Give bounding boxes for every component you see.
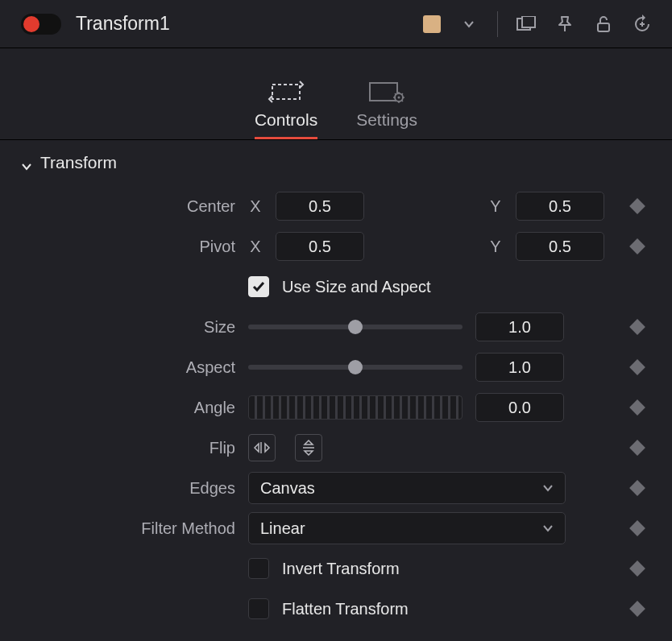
value-text: 0.0 [508, 399, 531, 417]
param-label: Aspect [21, 358, 248, 377]
settings-icon [367, 80, 406, 104]
dropdown-value: Canvas [260, 479, 315, 498]
keyframe-diamond-icon[interactable] [629, 198, 645, 214]
param-label: Pivot [21, 238, 248, 256]
inspector-body: Transform Center X 0.5 Y 0.5 Pivot X 0.5… [0, 140, 672, 641]
keyframe-diamond-icon[interactable] [629, 399, 645, 416]
param-label: Edges [21, 479, 248, 498]
lock-icon[interactable] [593, 14, 614, 35]
pivot-x-input[interactable]: 0.5 [276, 232, 364, 261]
section-title: Transform [40, 153, 117, 172]
param-row-flatten: Flatten Transform [21, 589, 651, 628]
svg-rect-0 [517, 19, 530, 30]
param-row-filter: Filter Method Linear [21, 509, 651, 548]
value-text: 0.5 [549, 197, 571, 216]
y-label: Y [488, 197, 503, 216]
controls-icon [267, 80, 305, 104]
value-text: 0.5 [309, 197, 331, 216]
keyframe-diamond-icon[interactable] [629, 601, 645, 617]
svg-point-8 [398, 97, 400, 99]
svg-rect-2 [598, 23, 609, 31]
inspector-header: Transform1 [0, 0, 672, 48]
checkbox-label: Use Size and Aspect [282, 278, 431, 296]
reset-icon[interactable] [632, 14, 653, 35]
pivot-y-input[interactable]: 0.5 [516, 232, 604, 261]
size-slider[interactable] [248, 325, 463, 329]
aspect-slider[interactable] [248, 365, 463, 370]
angle-input[interactable]: 0.0 [475, 393, 564, 422]
param-row-invert: Invert Transform [21, 549, 651, 588]
window-icon[interactable] [516, 14, 537, 35]
param-label: Flip [21, 439, 248, 457]
value-text: 1.0 [508, 318, 531, 337]
use-size-aspect-checkbox[interactable] [248, 276, 269, 297]
keyframe-diamond-icon[interactable] [629, 560, 645, 577]
svg-rect-6 [370, 83, 397, 101]
tab-controls[interactable]: Controls [255, 80, 317, 139]
keyframe-diamond-icon[interactable] [629, 319, 645, 335]
tab-controls-label: Controls [255, 110, 317, 130]
divider [497, 11, 498, 37]
node-enable-toggle[interactable] [21, 14, 61, 35]
y-label: Y [488, 238, 503, 256]
center-x-input[interactable]: 0.5 [276, 192, 364, 221]
param-row-size: Size 1.0 [21, 308, 651, 346]
param-label: Center [21, 197, 248, 216]
chevron-down-icon [542, 482, 554, 494]
invert-transform-checkbox[interactable] [248, 558, 269, 579]
keyframe-diamond-icon[interactable] [629, 480, 645, 496]
edges-dropdown[interactable]: Canvas [248, 472, 566, 504]
svg-point-7 [395, 93, 403, 101]
param-label: Size [21, 318, 248, 337]
pin-icon[interactable] [554, 14, 575, 35]
keyframe-diamond-icon[interactable] [629, 520, 645, 536]
tab-settings[interactable]: Settings [356, 80, 417, 139]
param-row-pivot: Pivot X 0.5 Y 0.5 [21, 227, 651, 266]
section-transform-header[interactable]: Transform [21, 153, 651, 172]
param-row-angle: Angle 0.0 [21, 388, 651, 427]
center-y-input[interactable]: 0.5 [516, 192, 604, 221]
toggle-knob [23, 16, 39, 32]
x-label: X [248, 238, 263, 256]
param-row-flip: Flip [21, 428, 651, 467]
node-color-chip[interactable] [423, 15, 441, 33]
keyframe-diamond-icon[interactable] [629, 359, 645, 375]
aspect-input[interactable]: 1.0 [475, 353, 564, 382]
tab-settings-label: Settings [356, 110, 417, 130]
chevron-down-icon [542, 523, 554, 534]
param-row-aspect: Aspect 1.0 [21, 348, 651, 387]
flatten-transform-checkbox[interactable] [248, 598, 269, 619]
inspector-tabs: Controls Settings [0, 48, 672, 140]
filter-dropdown[interactable]: Linear [248, 512, 566, 544]
param-row-use-size-aspect: Use Size and Aspect [21, 267, 651, 306]
chevron-down-icon [21, 157, 32, 168]
slider-thumb [348, 320, 363, 334]
node-title: Transform1 [76, 13, 170, 35]
dropdown-value: Linear [260, 519, 305, 538]
chevron-down-icon[interactable] [458, 14, 479, 35]
checkbox-label: Flatten Transform [282, 600, 409, 618]
value-text: 1.0 [508, 358, 531, 377]
keyframe-diamond-icon[interactable] [629, 238, 645, 254]
angle-dial[interactable] [248, 395, 463, 420]
param-label: Angle [21, 399, 248, 417]
checkbox-label: Invert Transform [282, 560, 400, 578]
param-row-edges: Edges Canvas [21, 469, 651, 507]
value-text: 0.5 [549, 238, 571, 256]
slider-thumb [348, 360, 363, 374]
header-toolbar [423, 0, 653, 48]
svg-rect-5 [272, 85, 300, 99]
keyframe-diamond-icon[interactable] [629, 440, 645, 456]
x-label: X [248, 197, 263, 216]
svg-rect-1 [522, 16, 535, 27]
flip-vertical-button[interactable] [295, 434, 322, 461]
param-label: Filter Method [21, 519, 248, 538]
value-text: 0.5 [309, 238, 331, 256]
flip-horizontal-button[interactable] [248, 434, 276, 461]
param-row-center: Center X 0.5 Y 0.5 [21, 187, 651, 225]
size-input[interactable]: 1.0 [475, 312, 564, 341]
